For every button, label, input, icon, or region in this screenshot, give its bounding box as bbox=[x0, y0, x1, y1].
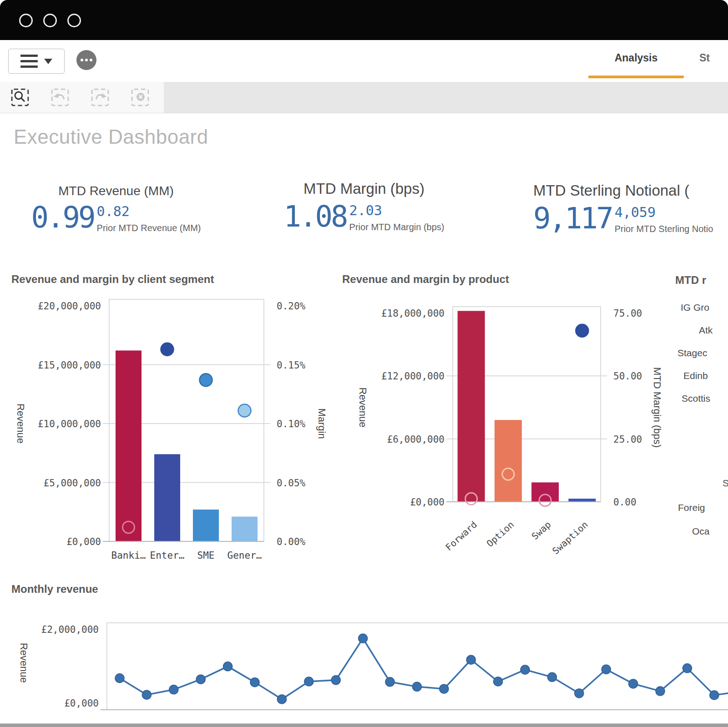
line-point-Mar[interactable] bbox=[521, 665, 530, 674]
y-right-tick-label: 0.20% bbox=[277, 301, 306, 312]
tab-analysis[interactable]: Analysis bbox=[588, 52, 684, 64]
app-navigation-menu-button[interactable] bbox=[8, 49, 65, 74]
ellipsis-icon bbox=[81, 59, 83, 61]
tab-story[interactable]: St bbox=[699, 52, 710, 64]
kpi-title: MTD Margin (bps) bbox=[268, 180, 460, 197]
clipped-category-label[interactable]: Stagec bbox=[677, 348, 707, 358]
chart-client-segment[interactable]: £20,000,0000.20%£15,000,0000.15%£10,000,… bbox=[0, 287, 339, 591]
x-category-label[interactable]: Swap bbox=[530, 519, 553, 542]
window-titlebar bbox=[0, 0, 728, 40]
clipped-category-label[interactable]: S bbox=[723, 478, 728, 489]
x-category-label[interactable]: Swaption bbox=[550, 519, 590, 556]
line-point-Sep[interactable] bbox=[682, 664, 692, 673]
margin-point-Gener…[interactable] bbox=[238, 404, 251, 417]
chart-title-mtd-right-partial: MTD r bbox=[675, 274, 706, 287]
smart-search-button[interactable] bbox=[0, 82, 40, 113]
window-bottom-edge bbox=[0, 723, 728, 727]
line-point-Aug[interactable] bbox=[710, 691, 719, 700]
chart-product[interactable]: £18,000,00075.00£12,000,00050.00£6,000,0… bbox=[339, 287, 685, 591]
page-title: Executive Dashboard bbox=[14, 126, 208, 148]
bar-Option[interactable] bbox=[495, 420, 522, 502]
bar-Gener…[interactable] bbox=[232, 517, 258, 541]
x-category-label[interactable]: Forward bbox=[443, 519, 479, 553]
chart-title-product: Revenue and margin by product bbox=[342, 273, 509, 286]
line-point-Jan[interactable] bbox=[250, 678, 259, 687]
line-point-Aug[interactable] bbox=[385, 677, 394, 687]
window-minimize-icon[interactable] bbox=[43, 14, 57, 27]
clipped-category-label[interactable]: Scottis bbox=[682, 393, 710, 404]
line-point-Jun[interactable] bbox=[115, 674, 124, 683]
line-point-Sep[interactable] bbox=[359, 634, 368, 643]
y-tick-label: £0,000 bbox=[64, 698, 99, 709]
active-tab-underline bbox=[588, 76, 684, 78]
chart-title-client-segment: Revenue and margin by client segment bbox=[11, 273, 214, 286]
line-point-Jun[interactable] bbox=[440, 684, 449, 693]
line-point-Nov[interactable] bbox=[629, 679, 638, 688]
y-right-tick-label: 0.10% bbox=[277, 419, 306, 429]
chart-monthly-revenue[interactable]: £2,000,000£0,000JunMayAprMarFebJanDecNov… bbox=[0, 608, 728, 727]
y-left-tick-label: £15,000,000 bbox=[38, 360, 101, 371]
window-zoom-icon[interactable] bbox=[67, 14, 81, 27]
line-point-May[interactable] bbox=[466, 655, 475, 664]
clipped-category-label[interactable]: Oca bbox=[692, 526, 710, 537]
combo-chart-canvas: £18,000,00075.00£12,000,00050.00£6,000,0… bbox=[339, 287, 685, 589]
line-point-Dec[interactable] bbox=[602, 665, 611, 674]
margin-point-Enter…[interactable] bbox=[161, 343, 174, 356]
clear-selections-button[interactable] bbox=[120, 82, 160, 113]
y-right-tick-label: 50.00 bbox=[613, 371, 642, 382]
line-point-Feb[interactable] bbox=[547, 672, 556, 682]
kpi-mtd-sterling-notional: MTD Sterling Notional ( 9,117 4,059 Prio… bbox=[533, 182, 728, 234]
x-category-label[interactable]: Option bbox=[484, 519, 516, 549]
clipped-category-label[interactable]: Edinb bbox=[683, 370, 708, 381]
plot-border bbox=[107, 623, 728, 710]
line-point-Jul[interactable] bbox=[412, 682, 421, 691]
clipped-category-label[interactable]: Atk bbox=[699, 325, 713, 336]
redo-arrow-icon bbox=[91, 88, 110, 107]
clipped-category-label[interactable]: IG Gro bbox=[681, 302, 709, 313]
kpi-prior-label: Prior MTD Margin (bps) bbox=[349, 222, 445, 232]
bar-SME[interactable] bbox=[193, 510, 219, 541]
kpi-value: 1.08 bbox=[283, 203, 346, 231]
undo-arrow-icon bbox=[51, 88, 70, 107]
x-category-label[interactable]: SME bbox=[197, 550, 215, 561]
bar-Enter…[interactable] bbox=[154, 454, 180, 541]
y-right-axis-title: MTD Margin (bps) bbox=[652, 367, 663, 448]
line-point-Oct[interactable] bbox=[656, 687, 665, 696]
kpi-title: MTD Sterling Notional ( bbox=[533, 182, 728, 199]
y-left-tick-label: £12,000,000 bbox=[381, 371, 445, 382]
x-category-label[interactable]: Enter… bbox=[150, 550, 185, 561]
x-category-label[interactable]: Gener… bbox=[228, 550, 262, 561]
y-left-tick-label: £0,000 bbox=[410, 497, 445, 508]
line-point-Jan[interactable] bbox=[575, 689, 584, 698]
clipped-category-label[interactable]: Foreig bbox=[678, 502, 705, 513]
y-left-axis-title: Revenue bbox=[357, 387, 369, 427]
bar-Swaption[interactable] bbox=[568, 499, 596, 502]
line-point-Dec[interactable] bbox=[277, 695, 286, 704]
step-forward-button[interactable] bbox=[80, 82, 120, 113]
combo-chart-canvas: £20,000,0000.20%£15,000,0000.15%£10,000,… bbox=[0, 287, 339, 589]
margin-point-Swaption[interactable] bbox=[576, 324, 588, 337]
margin-point-SME[interactable] bbox=[200, 374, 212, 386]
line-point-Feb[interactable] bbox=[223, 662, 233, 671]
y-right-axis-title: Margin bbox=[316, 408, 328, 439]
x-category-label[interactable]: Banki… bbox=[111, 550, 146, 561]
y-right-tick-label: 0.05% bbox=[277, 478, 306, 489]
line-point-Apr[interactable] bbox=[169, 685, 178, 694]
y-left-tick-label: £10,000,000 bbox=[38, 419, 101, 429]
line-point-Oct[interactable] bbox=[331, 676, 340, 685]
search-icon bbox=[10, 88, 30, 107]
bar-Swap[interactable] bbox=[531, 482, 559, 502]
bar-Forward[interactable] bbox=[458, 311, 485, 502]
y-right-tick-label: 25.00 bbox=[613, 434, 642, 445]
y-right-tick-label: 0.00 bbox=[613, 497, 637, 508]
selections-tools bbox=[0, 82, 164, 113]
more-options-button[interactable] bbox=[76, 50, 96, 70]
line-point-Nov[interactable] bbox=[304, 677, 313, 686]
step-back-button[interactable] bbox=[40, 82, 80, 113]
line-point-Apr[interactable] bbox=[494, 677, 503, 686]
window-close-icon[interactable] bbox=[19, 14, 33, 27]
bar-Banki…[interactable] bbox=[116, 350, 142, 541]
line-point-May[interactable] bbox=[142, 690, 151, 699]
line-point-Mar[interactable] bbox=[196, 675, 205, 684]
y-left-tick-label: £18,000,000 bbox=[381, 308, 445, 319]
